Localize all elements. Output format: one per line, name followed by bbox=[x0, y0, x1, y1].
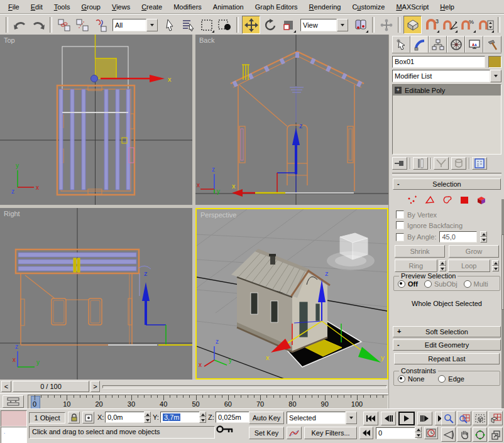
absolute-offset-toggle[interactable] bbox=[82, 412, 94, 424]
window-crossing-toggle[interactable] bbox=[216, 16, 233, 33]
viewport-top[interactable]: Top x bbox=[0, 35, 192, 205]
border-subobject-button[interactable] bbox=[442, 195, 453, 205]
unlink-selection-button[interactable] bbox=[74, 16, 90, 33]
key-mode-toggle[interactable] bbox=[359, 427, 373, 439]
redo-button[interactable] bbox=[30, 16, 47, 33]
expand-icon[interactable]: + bbox=[395, 87, 402, 94]
by-angle-field[interactable]: 45,0 bbox=[439, 231, 477, 243]
time-configuration-button[interactable] bbox=[424, 427, 438, 439]
viewport-perspective[interactable]: Perspective bbox=[195, 208, 388, 380]
play-button[interactable] bbox=[398, 412, 415, 425]
pan-button[interactable] bbox=[457, 427, 471, 442]
x-coordinate-field[interactable]: 0,0m bbox=[105, 412, 145, 423]
move-gizmo-back[interactable]: z x bbox=[232, 86, 354, 197]
time-slider-right-arrow[interactable]: > bbox=[90, 381, 100, 392]
select-and-rotate-button[interactable] bbox=[261, 16, 278, 33]
menu-tools[interactable]: Tools bbox=[48, 1, 76, 13]
menu-help[interactable]: Help bbox=[434, 1, 460, 13]
dropdown-arrow-icon[interactable] bbox=[146, 19, 158, 31]
time-slider-left-arrow[interactable]: < bbox=[1, 381, 11, 392]
make-unique-button[interactable] bbox=[434, 157, 449, 170]
snaps-toggle-button[interactable] bbox=[403, 16, 422, 34]
menu-maxscript[interactable]: MAXScript bbox=[390, 1, 434, 13]
zoom-extents-button[interactable] bbox=[473, 411, 487, 425]
x-spinner[interactable] bbox=[144, 412, 151, 423]
menu-views[interactable]: Views bbox=[106, 1, 136, 13]
rollout-soft-selection-header[interactable]: + Soft Selection bbox=[393, 326, 501, 337]
maxscript-mini-listener[interactable]: . bbox=[1, 427, 27, 443]
object-color-swatch[interactable] bbox=[488, 56, 501, 68]
preview-off-radio[interactable]: Off bbox=[398, 280, 418, 288]
house-model[interactable] bbox=[231, 249, 330, 353]
angle-snap-toggle[interactable] bbox=[441, 16, 458, 33]
spinner-snap-toggle[interactable] bbox=[478, 16, 495, 33]
configure-modifier-sets-button[interactable] bbox=[472, 157, 487, 170]
tab-display[interactable] bbox=[465, 36, 483, 53]
y-spinner[interactable] bbox=[199, 412, 206, 423]
zoom-all-button[interactable] bbox=[457, 411, 471, 425]
key-filters-button[interactable]: Key Filters... bbox=[304, 427, 357, 439]
select-and-move-button[interactable] bbox=[242, 16, 260, 34]
track-bar-ruler[interactable]: 0102030405060708090100 bbox=[28, 395, 388, 410]
preview-subobj-radio[interactable]: SubObj bbox=[424, 280, 457, 288]
go-to-start-button[interactable] bbox=[363, 412, 378, 425]
next-frame-button[interactable] bbox=[417, 412, 432, 425]
maxscript-macro-recorder[interactable] bbox=[1, 410, 27, 427]
time-slider-track[interactable] bbox=[102, 385, 387, 388]
loop-spinner[interactable] bbox=[492, 260, 499, 271]
menu-modifiers[interactable]: Modifiers bbox=[168, 1, 207, 13]
auto-key-button[interactable]: Auto Key bbox=[249, 412, 284, 424]
y-coordinate-field[interactable]: 3,7m bbox=[163, 413, 180, 421]
current-frame-field[interactable]: 0 bbox=[376, 427, 417, 439]
by-angle-spinner[interactable] bbox=[480, 231, 487, 243]
polygon-subobject-button[interactable] bbox=[459, 195, 469, 205]
percent-snap-toggle[interactable]: % bbox=[459, 16, 476, 33]
ignore-backfacing-checkbox[interactable] bbox=[396, 221, 404, 229]
select-and-manipulate-button[interactable] bbox=[378, 16, 395, 33]
by-angle-checkbox[interactable] bbox=[396, 233, 404, 241]
open-mini-curve-editor-button[interactable] bbox=[3, 395, 24, 408]
rectangular-selection-region-button[interactable] bbox=[198, 16, 215, 33]
remove-modifier-button[interactable] bbox=[451, 157, 466, 170]
zoom-extents-all-button[interactable] bbox=[488, 411, 503, 425]
menu-graph-editors[interactable]: Graph Editors bbox=[249, 1, 304, 13]
frame-spinner[interactable] bbox=[415, 427, 422, 438]
viewport-back[interactable]: Back bbox=[195, 35, 388, 205]
set-key-button[interactable]: Set Key bbox=[249, 427, 284, 439]
ring-spinner[interactable] bbox=[439, 260, 446, 271]
modifier-list-dropdown[interactable]: Modifier List bbox=[392, 70, 501, 82]
repeat-last-button[interactable]: Repeat Last bbox=[394, 353, 500, 364]
tab-utilities[interactable] bbox=[483, 36, 501, 53]
glow-cube-object[interactable] bbox=[327, 233, 375, 270]
dropdown-arrow-icon[interactable] bbox=[337, 19, 348, 31]
reference-coordinate-dropdown[interactable]: View bbox=[300, 19, 348, 31]
selection-filter-dropdown[interactable]: All bbox=[112, 19, 158, 31]
rollout-edit-geometry-header[interactable]: - Edit Geometry bbox=[393, 339, 501, 351]
dropdown-arrow-icon[interactable] bbox=[346, 412, 357, 424]
ring-button[interactable]: Ring bbox=[395, 260, 437, 272]
time-slider-handle[interactable]: 0 / 100 bbox=[13, 381, 89, 392]
selection-set-dropdown[interactable]: Selected bbox=[287, 412, 357, 424]
tab-motion[interactable] bbox=[447, 36, 465, 53]
undo-button[interactable] bbox=[11, 16, 28, 33]
menu-rendering[interactable]: Rendering bbox=[304, 1, 347, 13]
default-tangent-button[interactable] bbox=[287, 427, 302, 439]
edge-subobject-button[interactable] bbox=[424, 195, 436, 205]
tab-hierarchy[interactable] bbox=[429, 36, 447, 53]
maximize-viewport-toggle[interactable] bbox=[488, 427, 503, 442]
menu-customize[interactable]: Customize bbox=[346, 1, 390, 13]
object-name-field[interactable]: Box01 bbox=[392, 56, 485, 68]
tab-modify[interactable] bbox=[410, 36, 429, 53]
select-and-link-button[interactable] bbox=[55, 16, 72, 33]
selection-lock-toggle[interactable] bbox=[68, 412, 80, 424]
show-end-result-button[interactable] bbox=[413, 157, 428, 170]
snap-toggle-3d-button[interactable]: 3 bbox=[423, 16, 440, 33]
arc-rotate-button[interactable] bbox=[473, 427, 487, 442]
constraint-none-radio[interactable]: None bbox=[398, 375, 424, 383]
dropdown-arrow-icon[interactable] bbox=[490, 70, 501, 82]
viewport-right[interactable]: Right bbox=[0, 208, 192, 380]
rollout-selection-header[interactable]: - Selection bbox=[393, 178, 501, 190]
menu-file[interactable]: File bbox=[3, 1, 25, 13]
stack-item-editable-poly[interactable]: + Editable Poly bbox=[393, 85, 501, 96]
shrink-button[interactable]: Shrink bbox=[395, 245, 445, 258]
